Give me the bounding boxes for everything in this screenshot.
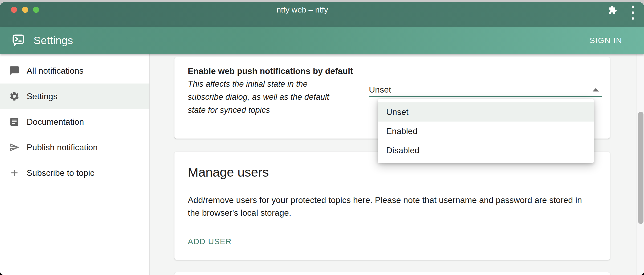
- web-push-pref-description: This affects the initial state in the su…: [188, 77, 364, 116]
- send-icon: [9, 142, 20, 153]
- page-title: Settings: [34, 35, 73, 47]
- scrollbar[interactable]: [637, 54, 644, 275]
- sidebar-item-label: Settings: [27, 91, 58, 101]
- app-window: ntfy web – ntfy Settings SIGN IN All not…: [0, 2, 644, 275]
- ntfy-logo-icon: [12, 34, 25, 47]
- app-bar: Settings SIGN IN: [0, 27, 644, 54]
- browser-menu-icon[interactable]: [632, 6, 634, 20]
- scrollbar-thumb[interactable]: [638, 112, 643, 224]
- web-push-select[interactable]: [369, 80, 602, 97]
- settings-page: Enable web push notifications by default…: [150, 54, 644, 275]
- manage-users-description: Add/remove users for your protected topi…: [188, 194, 604, 219]
- chat-icon: [9, 65, 20, 76]
- sidebar-item-label: Publish notification: [27, 143, 98, 152]
- sign-in-button[interactable]: SIGN IN: [585, 33, 626, 48]
- manage-users-title: Manage users: [188, 165, 269, 180]
- sidebar-item-label: Documentation: [27, 117, 84, 127]
- next-card-partial: [174, 272, 610, 275]
- sidebar-item-settings[interactable]: Settings: [0, 84, 149, 109]
- web-push-select-value: Unset: [369, 84, 391, 95]
- add-user-button[interactable]: ADD USER: [188, 237, 232, 246]
- menu-item-enabled[interactable]: Enabled: [378, 122, 594, 141]
- sidebar-item-label: All notifications: [27, 66, 83, 76]
- window-titlebar: ntfy web – ntfy: [0, 2, 644, 27]
- sidebar-item-all-notifications[interactable]: All notifications: [0, 58, 149, 84]
- plus-icon: [9, 168, 20, 178]
- menu-item-disabled[interactable]: Disabled: [378, 141, 594, 160]
- window-title: ntfy web – ntfy: [0, 5, 605, 15]
- main-area: All notifications Settings Documentation…: [0, 54, 644, 275]
- web-push-pref-title: Enable web push notifications by default: [188, 65, 353, 77]
- article-icon: [9, 116, 20, 127]
- sidebar-item-documentation[interactable]: Documentation: [0, 109, 149, 135]
- sidebar-item-publish-notification[interactable]: Publish notification: [0, 135, 149, 160]
- select-dropdown-menu: Unset Enabled Disabled: [378, 99, 594, 163]
- menu-item-unset[interactable]: Unset: [378, 102, 594, 122]
- sidebar-item-label: Subscribe to topic: [27, 168, 94, 178]
- sidebar-item-subscribe-to-topic[interactable]: Subscribe to topic: [0, 160, 149, 186]
- sidebar: All notifications Settings Documentation…: [0, 54, 150, 275]
- manage-users-card: Manage users Add/remove users for your p…: [174, 152, 610, 260]
- gear-icon: [9, 91, 20, 102]
- select-underline: [369, 96, 602, 97]
- chevron-up-icon: [593, 88, 599, 91]
- extensions-puzzle-icon[interactable]: [608, 6, 617, 15]
